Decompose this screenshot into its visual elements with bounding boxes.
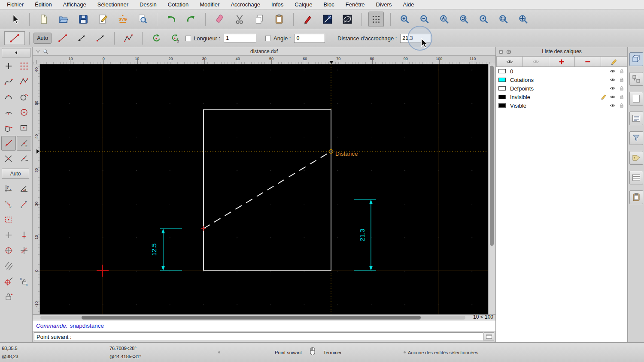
palette-auto-button[interactable]: Auto [2,169,29,179]
layer-lock-toggle[interactable] [618,94,625,100]
menu-bloc[interactable]: Bloc [323,1,334,8]
menu-fichier[interactable]: Fichier [7,1,24,8]
rectangle-entity[interactable] [204,110,331,270]
arc-tools-button[interactable] [1,90,16,104]
snap-auto-button[interactable]: Auto [33,33,52,44]
coord-cartesian-button[interactable]: yx [1,181,16,196]
lock-relative-button[interactable] [1,290,16,304]
vertical-scrollbar[interactable] [488,64,495,314]
plus-red-button[interactable] [549,56,575,67]
restrict-lock-button[interactable]: 0n [17,274,31,289]
snap-target-button[interactable] [1,274,16,289]
layer-row[interactable]: 0 [496,67,627,75]
open-file-button[interactable] [56,12,71,27]
line-both-arrows-button[interactable] [74,31,89,45]
undo-button[interactable] [164,12,179,27]
layer-lock-toggle[interactable] [618,76,625,83]
dimension-left[interactable]: 12.5 [150,229,182,271]
angle-input[interactable] [294,34,325,43]
new-file-button[interactable] [36,12,52,27]
menu-divers[interactable]: Divers [376,1,392,8]
menu-accrochage[interactable]: Accrochage [231,1,260,8]
zoom-redraw-button[interactable] [456,12,472,27]
panel-3d-button[interactable] [629,52,643,66]
snap-intersection-button[interactable] [1,151,16,166]
panel-blank-button[interactable] [629,92,643,106]
dimension-right[interactable]: 21.3 [354,199,376,271]
layer-visibility-toggle[interactable] [609,85,616,92]
snap-distance-input[interactable] [400,34,431,43]
panel-clipboard-button[interactable] [629,190,643,204]
copy-button[interactable] [252,12,267,27]
eye-gray-button[interactable] [523,56,549,67]
length-input[interactable] [224,34,256,43]
zoom-auto-button[interactable] [437,12,452,27]
eye-button[interactable] [496,56,523,67]
minus-red-button[interactable] [575,56,601,67]
panel-list-button[interactable] [629,112,643,125]
menu-sélectionner[interactable]: Sélectionner [97,1,128,8]
circle-point-button[interactable] [1,243,16,258]
zoom-previous-button[interactable] [476,12,492,27]
point-plus-button[interactable] [1,59,16,73]
menu-aide[interactable]: Aide [403,1,414,8]
polyline-points-button[interactable] [17,74,31,89]
command-input[interactable] [34,332,483,341]
docked-tool-indicator[interactable] [4,31,25,45]
print-preview-button[interactable] [135,12,150,27]
select-arrow-button[interactable] [7,12,23,27]
zoom-window-button[interactable] [496,12,511,27]
menu-cotation[interactable]: Cotation [168,1,188,8]
circle-center-button[interactable] [17,105,31,120]
panel-filter-button[interactable] [629,131,643,145]
document-titlebar[interactable]: distance.dxf [33,47,495,56]
panel-tag-button[interactable] [629,151,643,165]
menu-calque[interactable]: Calque [295,1,312,8]
panel-rows-button[interactable] [629,171,643,184]
zoom-in-button[interactable] [397,12,413,27]
rect-point-button[interactable] [17,121,31,135]
menu-affichage[interactable]: Affichage [63,1,86,8]
ellipse-button[interactable] [340,12,355,27]
layer-row[interactable]: Visible [496,101,627,110]
pen-button[interactable] [300,12,316,27]
menu-infos[interactable]: Infos [271,1,283,8]
layer-edit-button[interactable] [600,94,607,100]
save-button[interactable] [76,12,91,27]
command-panel-toggle-button[interactable] [484,332,494,341]
layer-visibility-toggle[interactable] [609,94,616,100]
collapse-palette-button[interactable] [2,48,31,57]
pencil-button[interactable] [601,56,627,67]
arc-center-button[interactable] [1,105,16,120]
layer-lock-toggle[interactable] [618,68,625,75]
polyline-button[interactable] [121,31,136,45]
layer-visibility-toggle[interactable] [609,102,616,109]
rotate-two-button[interactable]: 2 [168,31,182,45]
point-plus-gray-button[interactable] [1,228,16,242]
angle-checkbox[interactable] [265,36,271,41]
menu-dessin[interactable]: Dessin [140,1,157,8]
select-window-button[interactable] [1,212,16,227]
layer-lock-toggle[interactable] [618,85,625,92]
line-free-button[interactable] [55,31,70,45]
grid-button[interactable] [368,12,384,27]
menu-édition[interactable]: Édition [35,1,52,8]
length-checkbox[interactable] [185,36,191,41]
layer-row[interactable]: Invisible [496,93,627,101]
layer-lock-toggle[interactable] [618,102,625,109]
zoom-out-button[interactable] [417,12,432,27]
order-down-button[interactable]: 12 [1,197,16,211]
menu-modifier[interactable]: Modifier [200,1,219,8]
snap-free-button[interactable] [1,136,16,151]
delete-button[interactable] [212,12,228,27]
coord-polar-button[interactable]: a [17,181,31,196]
scrollbar-thumb[interactable] [82,316,421,320]
line-one-arrow-button[interactable] [93,31,108,45]
redo-button[interactable] [183,12,199,27]
horizontal-scrollbar[interactable]: 10 < 100 [33,314,495,320]
hatch-button[interactable] [1,259,16,273]
cut-button[interactable] [232,12,247,27]
drawing-canvas[interactable]: 12.5 21.3 Distance [40,64,488,314]
rotate-ccw-button[interactable] [149,31,164,45]
paste-button[interactable] [271,12,287,27]
